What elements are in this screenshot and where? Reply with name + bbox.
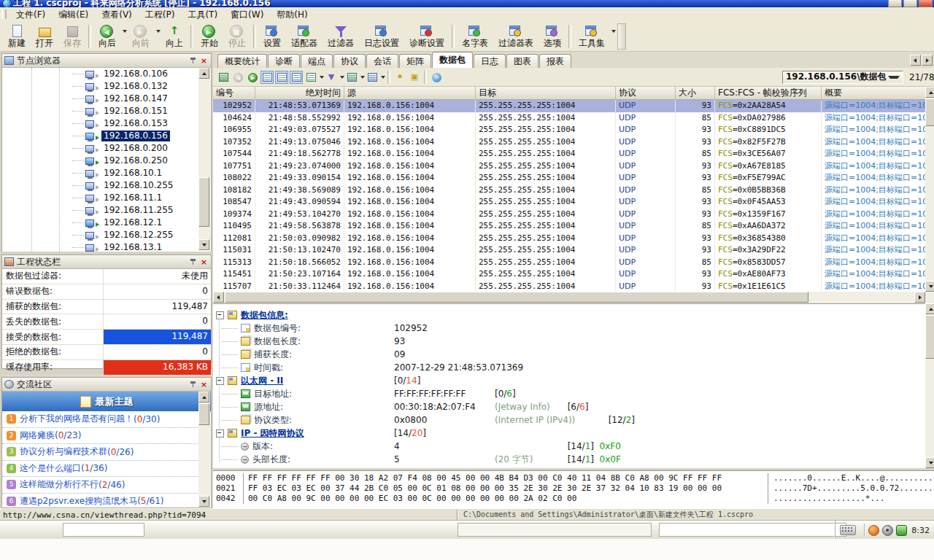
taskbar-button[interactable] xyxy=(63,523,144,537)
toolbar-overflow-button[interactable] xyxy=(617,23,626,50)
detail-row[interactable]: 协议类型:0x0800(Internet IP (IPv4)) [12/2] xyxy=(213,413,934,427)
scroll-thumb[interactable] xyxy=(198,177,209,227)
topic-item[interactable]: 6遭遇p2psvr.exe搜狗流氓木马(5/61) xyxy=(2,494,199,510)
packet-row[interactable]: 10295221:48:53.071369192.168.0.156:10042… xyxy=(213,100,934,112)
column-header[interactable]: 概要 xyxy=(822,87,934,99)
close-panel-icon[interactable]: × xyxy=(201,381,207,389)
hex-row[interactable]: 004200 C0 A8 00 9C 00 00 00 00 EC 03 00 … xyxy=(213,494,934,504)
back-button[interactable]: ◀向后 xyxy=(94,23,120,50)
tab-item[interactable]: 诊断 xyxy=(268,54,300,68)
view-list-icon[interactable] xyxy=(260,71,274,84)
tree-node-row[interactable]: 192.168.0.200 xyxy=(2,142,211,155)
scroll-up-button[interactable] xyxy=(925,303,934,314)
dropdown-caret-icon[interactable] xyxy=(320,76,324,79)
scroll-down-button[interactable] xyxy=(925,281,934,292)
menu-item[interactable]: 查看(V) xyxy=(95,8,139,21)
detail-row[interactable]: 目标地址:FF:FF:FF:FF:FF:FF[0/6] xyxy=(213,387,934,400)
adapter-button[interactable]: 适配器 xyxy=(287,23,322,50)
keyboard-icon[interactable] xyxy=(840,525,856,535)
minimize-button[interactable] xyxy=(888,0,902,7)
tree-node-row[interactable]: 192.168.0.153 xyxy=(2,117,211,130)
topic-text[interactable]: 遭遇p2psvr.exe搜狗流氓木马 xyxy=(20,495,137,508)
display-options-icon[interactable] xyxy=(366,71,379,84)
scroll-down-button[interactable] xyxy=(925,457,934,468)
tree-node-row[interactable]: 192.168.11.255 xyxy=(2,204,211,217)
tab-item[interactable]: 概要统计 xyxy=(217,54,267,68)
packet-row[interactable]: 10802221:49:33.090154192.168.0.156:10042… xyxy=(213,172,934,184)
packet-row[interactable]: 11545121:50:23.107164192.168.0.156:10042… xyxy=(213,268,934,281)
node-ip-label[interactable]: 192.168.0.156 xyxy=(101,131,170,141)
tab-scroll-right-icon[interactable] xyxy=(922,55,933,66)
taskbar-button[interactable] xyxy=(659,523,846,537)
menu-item[interactable]: 帮助(H) xyxy=(270,8,314,21)
tree-node-row[interactable]: 192.168.10.255 xyxy=(2,179,211,192)
detail-row[interactable]: 数据包编号:102952 xyxy=(213,322,934,335)
topic-text[interactable]: 网络瘫痪 xyxy=(20,429,55,442)
pin-icon[interactable] xyxy=(190,57,196,64)
packet-row[interactable]: 11503121:50:13.102470192.168.0.156:10042… xyxy=(213,244,934,257)
scroll-right-button[interactable] xyxy=(914,292,925,303)
taskbar-button[interactable] xyxy=(458,523,652,537)
forward-button[interactable]: ▶向前 xyxy=(128,23,154,50)
node-ip-label[interactable]: 192.168.10.255 xyxy=(101,180,175,191)
menu-grip[interactable] xyxy=(1,9,7,19)
detail-row[interactable]: 数据包长度:93 xyxy=(213,335,934,348)
node-ip-label[interactable]: 192.168.13.1 xyxy=(101,242,164,252)
menu-item[interactable]: 工具(T) xyxy=(181,8,224,21)
tab-scroll-left-icon[interactable] xyxy=(910,55,921,66)
toolset-button[interactable]: 工具集 xyxy=(574,23,609,50)
scroll-up-button[interactable] xyxy=(198,392,209,402)
packet-row[interactable]: 10937421:49:53.104270192.168.0.156:10042… xyxy=(213,209,934,221)
dropdown-caret-icon[interactable] xyxy=(360,76,365,79)
packet-row[interactable]: 11531321:50:18.566052192.168.0.156:10042… xyxy=(213,257,934,269)
scroll-down-button[interactable] xyxy=(198,239,209,250)
scroll-thumb[interactable] xyxy=(225,292,808,303)
menu-item[interactable]: 编辑(E) xyxy=(52,8,95,21)
name-table-button[interactable]: 名字表 xyxy=(458,23,493,50)
colasoft-ball-icon[interactable] xyxy=(868,525,879,536)
tree-node-row[interactable]: 192.168.13.1 xyxy=(2,241,211,252)
column-header[interactable]: 目标 xyxy=(476,87,616,99)
green-shield-icon[interactable] xyxy=(896,525,907,536)
detail-row[interactable]: IP - 因特网协议[14/20] xyxy=(213,427,934,440)
detail-row[interactable]: 时间戳:2007-12-29 21:48:53.071369 xyxy=(213,361,934,374)
tab-item[interactable]: 矩阵 xyxy=(399,54,431,68)
tab-item[interactable]: 端点 xyxy=(301,54,333,68)
dropdown-caret-icon[interactable] xyxy=(340,76,344,79)
log-settings-button[interactable]: 日志设置 xyxy=(360,23,404,50)
save-button[interactable]: 保存 xyxy=(59,23,85,50)
nav-back-icon[interactable]: ◀ xyxy=(231,71,244,84)
detail-row[interactable]: 捕获长度:09 xyxy=(213,348,934,361)
tree-node-row[interactable]: 192.168.0.132 xyxy=(2,80,211,93)
detail-row[interactable]: 数据包信息: xyxy=(213,308,934,322)
node-ip-label[interactable]: 192.168.0.106 xyxy=(101,69,170,79)
close-panel-icon[interactable]: × xyxy=(201,258,207,266)
open-button[interactable]: 打开 xyxy=(31,23,58,50)
packet-row[interactable]: 10754421:49:18.562778192.168.0.156:10042… xyxy=(213,148,934,160)
tree-node-row[interactable]: 192.168.0.156 xyxy=(2,130,211,142)
packet-row[interactable]: 10695521:49:03.075527192.168.0.156:10042… xyxy=(213,124,934,136)
column-header[interactable]: 协议 xyxy=(616,87,676,99)
packet-row[interactable]: 11208121:50:03.090982192.168.0.156:10042… xyxy=(213,233,934,245)
options-button[interactable]: 选项 xyxy=(539,23,566,50)
packet-row[interactable]: 10775121:49:23.074000192.168.0.156:10042… xyxy=(213,160,934,173)
close-panel-icon[interactable]: × xyxy=(201,57,207,65)
menu-item[interactable]: 窗口(W) xyxy=(224,8,270,21)
speaker-icon[interactable] xyxy=(882,525,893,536)
detail-row[interactable]: 源地址:00:30:18:A2:07:F4(Jetway Info) [6/6] xyxy=(213,400,934,413)
collapse-icon[interactable] xyxy=(216,429,224,438)
packet-row[interactable]: 10818221:49:38.569089192.168.0.156:10042… xyxy=(213,184,934,197)
tree-node-row[interactable]: 192.168.0.250 xyxy=(2,155,211,167)
column-header[interactable]: 编号 xyxy=(213,87,255,99)
scroll-down-button[interactable] xyxy=(198,496,209,507)
nav-forward-icon[interactable]: ▶ xyxy=(246,71,259,84)
topic-text[interactable]: 这个是什么端口 xyxy=(20,462,81,475)
auto-scroll-icon[interactable] xyxy=(304,71,317,84)
tree-node-row[interactable]: 192.168.0.106 xyxy=(2,68,211,80)
topic-item[interactable]: 4这个是什么端口(1/36) xyxy=(2,461,199,478)
packet-row[interactable]: 11570721:50:33.112464192.168.0.156:10042… xyxy=(213,281,934,292)
stop-button[interactable]: ■停止 xyxy=(224,23,250,50)
detail-tree-scrollbar[interactable] xyxy=(925,303,934,468)
filter-table-button[interactable]: 过滤器表 xyxy=(494,23,538,50)
refresh-icon[interactable]: ↻ xyxy=(430,71,443,84)
